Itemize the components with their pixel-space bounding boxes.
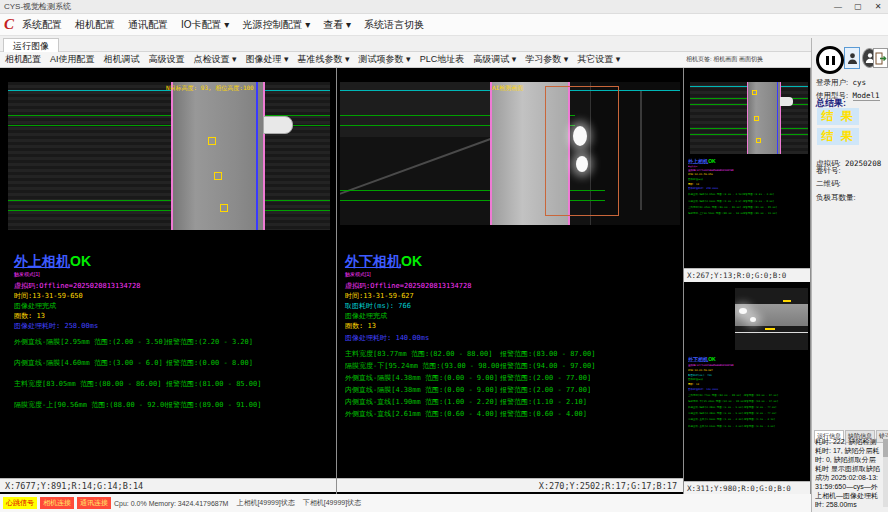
annotation-box [208,137,216,145]
model-select[interactable]: Model1 [853,91,880,101]
divider [336,68,337,494]
small-top-cursor-readout: X:267;Y:13;R:0;G:0;B:0 [687,271,786,280]
tool-advanced-settings[interactable]: 高级设置 [149,53,185,66]
app-window: CYS-视觉检测系统 — ▢ ✕ C 系统配置 相机配置 通讯配置 IO卡配置 … [0,0,888,522]
measurement-row: 外侧直线-隔膜[4.38mm 范围:(0.00 - 9.00]报警范围:(2.0… [345,373,591,383]
tool-image-processing[interactable]: 图像处理 ▾ [246,53,289,66]
tab-count-label: 负极耳数量: [816,193,856,203]
app-logo-icon: C [4,17,14,32]
info-scrollbar[interactable] [883,437,888,507]
tool-camera-debug[interactable]: 相机调试 [104,53,140,66]
switch-user-button[interactable] [844,47,860,69]
small-top-text-block: 外上相机OK 触发模式[1] 虚拟码:Offline=2025020813134… [688,158,809,264]
annotation-mark [783,300,791,302]
menu-io-config[interactable]: IO卡配置 ▾ [181,18,229,32]
tool-spot-check[interactable]: 点检设置 ▾ [194,53,237,66]
maximize-button[interactable]: ▢ [848,0,868,14]
small-top-status-bar: X:267;Y:13;R:0;G:0;B:0 [684,268,810,282]
left-done: 图像处理完成 [14,301,56,311]
middle-result-title: 外下相机OK 触发模式[1] [345,252,422,277]
pin-number-label: 卷针号: [816,166,841,176]
info-log-text: 耗时: 222, 缺陷检测耗时: 17, 缺陷分层耗时: 0, 缺陷抓取分层耗时… [815,437,881,507]
left-turns: 圈数: 13 [14,311,45,321]
left-elapsed: 图像处理耗时: 258.00ms [14,321,98,331]
window-title: CYS-视觉检测系统 [4,2,71,11]
right-column-header: 相机页签: 相机画面 画面切换 [686,55,808,64]
small-bottom-text-block: 外下相机OK 虚拟码:Offline=2025020813134728 时间:1… [688,356,809,474]
annotation-mark [765,328,775,330]
middle-done: 图像处理完成 [345,311,387,321]
tool-camera-config[interactable]: 相机配置 [5,53,41,66]
measurement-row: 内侧直线-隔膜[4.60mm 范围:(3.00 - 6.0]报警范围:(0.00… [14,358,253,368]
tool-learning-params[interactable]: 学习参数 ▾ [525,53,568,66]
electrode-strip [171,82,265,230]
measurement-row: 隔膜宽度-下[95.24mm 范围:(93.00 - 98.00]报警范围:(9… [345,361,595,371]
tool-baseline-params[interactable]: 基准线参数 ▾ [298,53,350,66]
small-top-camera-image[interactable] [690,82,808,154]
menu-light-config[interactable]: 光源控制配置 ▾ [242,18,310,32]
measurement-row: 主料宽度[83.77mm 范围:(82.00 - 88.00]报警范围:(83.… [345,349,595,359]
small-bottom-camera-image[interactable] [735,288,808,350]
scrollbar-thumb[interactable] [883,439,888,457]
title-bar: CYS-视觉检测系统 [0,0,888,14]
menu-comm-config[interactable]: 通讯配置 [128,18,168,32]
tab-connector [780,97,793,106]
middle-grab-time: 取图耗时(ms): 766 [345,301,411,311]
annotation-box [756,138,761,143]
sidebar: 登录用户: cys 使用型号: Model1 总结果: 结 果 结 果 虚拟码:… [811,38,888,512]
tool-advanced-debug[interactable]: 高级调试 ▾ [473,53,516,66]
left-time: 时间:13-31-59-650 [14,291,83,301]
glare-spot [750,317,756,322]
middle-image-overlay-label: AI检测画面 [492,84,523,93]
tab-connector [263,116,293,134]
measure-line [8,200,330,201]
annotation-box [214,172,222,180]
annotation-box [220,204,228,212]
machine-structure [640,90,642,210]
camera-link-badge: 相机连接 [40,497,74,509]
measurement-row: 外侧直线-隔膜[2.95mm 范围:(2.00 - 3.50]报警范围:(2.2… [14,337,253,347]
pause-button[interactable] [816,46,844,74]
tool-other-settings[interactable]: 其它设置 ▾ [577,53,620,66]
middle-barcode: 虚拟码:Offline=2025020813134728 [345,281,471,291]
menu-bar: C 系统配置 相机配置 通讯配置 IO卡配置 ▾ 光源控制配置 ▾ 查看 ▾ 系… [0,14,888,36]
left-trigger-note: 触发模式[1] [14,271,91,277]
menu-view[interactable]: 查看 ▾ [323,18,351,32]
left-camera-image[interactable]: N目标高度: 93, 相位高度:100 [8,82,330,230]
exit-door-icon [875,52,887,65]
left-result-title: 外上相机OK 触发模式[1] [14,252,91,277]
qr-code-label: 二维码: [816,179,841,189]
roi-rect [545,86,619,216]
menu-language-switch[interactable]: 系统语言切换 [364,18,424,32]
barcode-value: 20250208 [845,159,881,168]
menu-camera-config[interactable]: 相机配置 [75,18,115,32]
status-bar: 心跳信号 相机连接 通讯连接 Cpu: 0.0% Memory: 3424.41… [0,494,811,512]
small-bottom-status-bar: X:311;Y:980;R:0;G:0;B:0 [684,481,810,495]
electrode-band [735,304,808,326]
middle-cursor-readout: X:270;Y:2502;R:17;G:17;B:17 [539,481,677,491]
window-controls: — ▢ ✕ [828,0,888,14]
result-box-2: 结 果 [817,128,859,145]
tool-test-params[interactable]: 测试项参数 ▾ [359,53,411,66]
small-bottom-cursor-readout: X:311;Y:980;R:0;G:0;B:0 [687,484,791,493]
middle-time: 时间:13-31-59-627 [345,291,414,301]
lower-camera-status: 下相机[49999]状态 [303,498,361,508]
measurement-row: 内侧直线-直线[1.90mm 范围:(1.00 - 2.20]报警范围:(1.1… [345,397,587,407]
glare-spot [739,308,747,314]
pause-icon [826,56,829,65]
middle-turns: 圈数: 13 [345,321,376,331]
middle-camera-image[interactable]: AI检测画面 [340,82,680,225]
tab-strip: 运行图像 [0,36,888,52]
menu-system-config[interactable]: 系统配置 [22,18,62,32]
edge-line [735,332,808,333]
measure-line [8,210,330,211]
tool-ai-config[interactable]: AI使用配置 [50,53,95,66]
measurement-row: 外侧直线-直线[2.61mm 范围:(0.60 - 4.00]报警范围:(0.6… [345,409,587,419]
minimize-button[interactable]: — [828,0,848,14]
left-barcode: 虚拟码:Offline=2025020813134728 [14,281,140,291]
middle-trigger-note: 触发模式[1] [345,271,422,277]
close-button[interactable]: ✕ [868,0,888,14]
exit-button[interactable] [873,48,888,68]
left-cursor-readout: X:7677;Y:891;R:14;G:14;B:14 [5,481,143,491]
tool-plc-address[interactable]: PLC地址表 [420,53,465,66]
